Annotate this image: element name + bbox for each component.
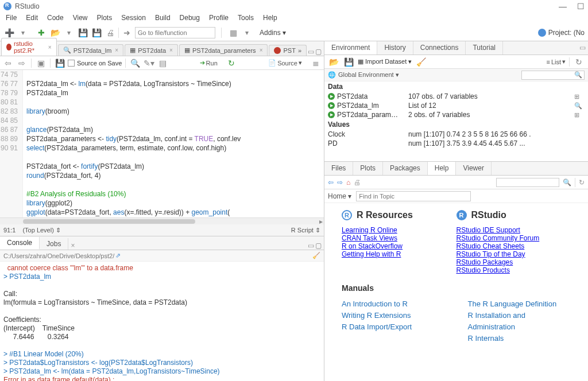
overflow-icon[interactable]: » [298,47,301,54]
show-in-new-icon[interactable]: ▣ [35,57,47,69]
grid-icon[interactable]: ▦ [227,27,239,38]
tab-tutorial[interactable]: Tutorial [466,41,503,55]
code-body[interactable]: PST2data_lm <- lm(data = PST2data, LogTr… [23,70,324,217]
help-link[interactable]: RStudio IDE Support [457,226,520,234]
run-button[interactable]: ➔Run [200,59,218,67]
menu-view[interactable]: View [73,14,88,23]
source-button[interactable]: 📄Source ▾ [268,59,302,67]
help-link[interactable]: RStudio Tip of the Day [457,250,525,258]
help-link[interactable]: Learning R Online [342,226,397,234]
addins-dropdown[interactable]: Addins ▾ [255,29,291,37]
source-on-save-checkbox[interactable] [68,60,75,67]
pane-minimize-icon[interactable]: ▭ [579,44,586,52]
help-link[interactable]: R on StackOverflow [342,242,403,250]
tab-pst-overflow[interactable]: PST» [269,45,307,56]
console-output[interactable]: cannot coerce class '"lm"' to a data.fra… [0,262,324,381]
scope-selector[interactable]: Global Environment ▾ [338,71,399,79]
open-file-icon[interactable]: 📂 [49,27,61,38]
forward-icon[interactable]: ⇨ [16,57,28,69]
help-link[interactable]: An Introduction to R [342,300,408,308]
scrollbar-thumb[interactable] [23,219,195,224]
new-file-icon[interactable]: ➕ [3,27,15,38]
save-workspace-icon[interactable]: 💾 [343,56,354,68]
close-icon[interactable]: × [71,242,75,250]
menu-help[interactable]: Help [263,14,277,23]
expand-icon[interactable]: ▶ [328,102,335,109]
save-icon[interactable]: 💾 [54,57,65,69]
grid-dropdown-icon[interactable]: ▾ [241,27,253,38]
help-link[interactable]: CRAN Task Views [342,234,397,242]
tab-rstudio-pst2[interactable]: rstudio pst2.R*× [1,38,57,56]
help-link[interactable]: RStudio Community Forum [457,234,540,242]
env-row[interactable]: ▶PST2data107 obs. of 7 variables⊞ [324,92,588,101]
help-link[interactable]: RStudio Packages [457,258,513,266]
tab-pst2data-lm[interactable]: 🔍PST2data_lm× [58,44,124,56]
rerun-icon[interactable]: ↻ [226,57,237,69]
new-project-icon[interactable]: ✚ [36,27,47,38]
help-link[interactable]: Writing R Extensions [342,311,411,320]
tab-pst2data[interactable]: ▦PST2data× [125,44,178,56]
find-icon[interactable]: 🔍 [129,57,141,69]
code-editor[interactable]: 74 75 76 77 78 79 80 81 82 83 84 85 86 8… [0,70,324,217]
language-selector[interactable]: R Script ⇕ [291,227,320,234]
back-icon[interactable]: ⇦ [2,57,14,69]
forward-icon[interactable]: ⇨ [337,178,343,186]
help-link[interactable]: R Internals [468,334,504,343]
menu-debug[interactable]: Debug [180,14,200,23]
menu-file[interactable]: File [6,14,17,23]
print-icon[interactable]: 🖨 [354,178,361,186]
load-workspace-icon[interactable]: 📂 [328,56,339,68]
new-file-dropdown-icon[interactable]: ▾ [17,27,29,38]
close-icon[interactable]: × [115,47,118,53]
print-icon[interactable]: 🖨 [105,27,116,38]
menu-tools[interactable]: Tools [238,14,254,23]
help-link[interactable]: R Installation and Administration [468,311,525,331]
maximize-icon[interactable]: ☐ [577,2,585,11]
tab-connections[interactable]: Connections [413,41,466,55]
menu-code[interactable]: Code [47,14,64,23]
tab-pst2data-parameters[interactable]: ▦PST2data_parameters× [179,44,268,56]
tab-files[interactable]: Files [324,162,353,175]
expand-icon[interactable]: ▶ [328,93,335,100]
view-mode-selector[interactable]: ≡ List ▾ [546,58,566,65]
help-link[interactable]: Getting Help with R [342,250,401,258]
goto-dir-icon[interactable]: ⇗ [115,252,121,259]
broom-icon[interactable]: 🧹 [415,56,427,68]
back-icon[interactable]: ⇦ [328,178,334,186]
expand-icon[interactable]: ▶ [328,111,335,118]
project-menu[interactable]: Project: (No [538,29,585,37]
help-link[interactable]: R Data Import/Export [342,322,412,331]
pane-maximize-icon[interactable]: ▢ [315,242,322,250]
wand-icon[interactable]: ✎▾ [143,57,154,69]
go-to-file-input[interactable] [135,27,215,38]
close-icon[interactable]: × [260,47,263,53]
outline-icon[interactable]: ≣ [310,57,322,69]
help-link[interactable]: RStudio Cheat Sheets [457,242,525,250]
menu-profile[interactable]: Profile [209,14,229,23]
close-icon[interactable]: × [169,47,173,53]
minimize-icon[interactable]: — [559,2,567,11]
scope-selector[interactable]: (Top Level) ⇕ [22,227,60,234]
env-row[interactable]: ▶PST2data_param…2 obs. of 7 variables⊞ [324,110,588,119]
menu-edit[interactable]: Edit [26,14,38,23]
close-icon[interactable]: × [48,44,52,50]
tab-plots-pane[interactable]: Plots [353,162,383,175]
horizontal-scrollbar[interactable]: ▸ [0,217,324,224]
tab-environment[interactable]: Environment [324,41,377,55]
tab-viewer[interactable]: Viewer [456,162,491,175]
refresh-icon[interactable]: ↻ [573,56,585,68]
report-icon[interactable]: ▤ [157,57,168,69]
env-row[interactable]: ▶PST2data_lmList of 12🔍 [324,101,588,110]
import-dataset-button[interactable]: ▦ Import Dataset ▾ [358,58,412,65]
tab-history[interactable]: History [377,41,413,55]
tab-packages[interactable]: Packages [383,162,428,175]
tab-jobs[interactable]: Jobs [40,238,68,250]
menu-session[interactable]: Session [121,14,146,23]
tab-console[interactable]: Console [0,237,40,250]
env-row[interactable]: Clocknum [1:107] 0.74 2 3 5 5 8 16 25 66… [324,130,588,139]
home-icon[interactable]: ⌂ [346,178,350,186]
pane-minimize-icon[interactable]: ▭ [308,48,314,56]
refresh-icon[interactable]: ↻ [579,178,585,186]
menu-plots[interactable]: Plots [97,14,113,23]
open-dropdown-icon[interactable]: ▾ [63,27,75,38]
